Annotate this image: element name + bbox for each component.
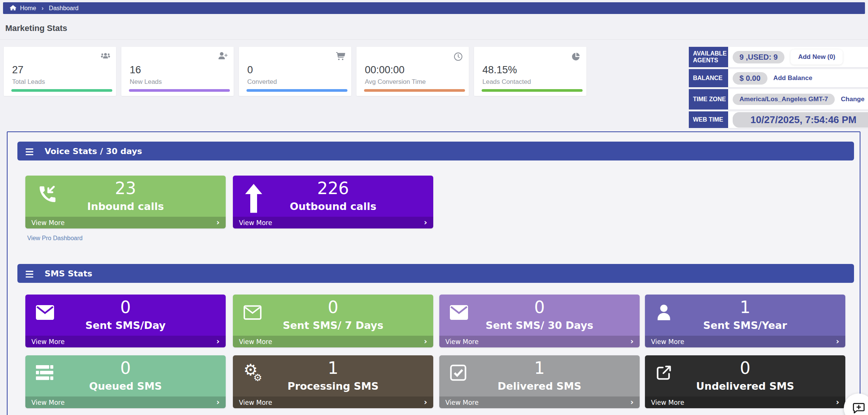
stat-label: Converted: [247, 78, 277, 86]
inbound-calls-card[interactable]: 23 Inbound calls View More: [25, 176, 226, 228]
queued-sms-card[interactable]: 0 Queued SMS View More: [25, 355, 226, 408]
timezone-value: America/Los_Angeles GMT-7: [733, 94, 835, 105]
stat-label: Avg Conversion Time: [365, 78, 426, 86]
comment-plus-icon: [852, 401, 865, 415]
sent-sms-day-label: Sent SMS/Day: [25, 319, 226, 331]
queued-sms-value: 0: [25, 359, 226, 377]
pie-chart-icon: [571, 52, 580, 61]
available-agents-label: AVAILABLE AGENTS: [689, 47, 728, 67]
stat-label: Leads Contacted: [482, 78, 531, 86]
delivered-sms-value: 1: [439, 359, 640, 377]
undelivered-sms-card[interactable]: 0 Undelivered SMS View More: [645, 355, 845, 408]
chevron-right-icon: [424, 398, 427, 406]
voice-stats-title: Voice Stats / 30 days: [45, 147, 142, 156]
stat-label: Total Leads: [12, 78, 45, 86]
webtime-value: 10/27/2025, 7:54:46 PM: [733, 112, 868, 128]
balance-value: $ 0.00: [733, 72, 767, 85]
stat-value: 16: [130, 64, 141, 76]
user-icon: [656, 304, 672, 321]
voice-stats-header[interactable]: Voice Stats / 30 days: [17, 142, 854, 160]
sent-sms-30days-label: Sent SMS/ 30 Days: [439, 319, 640, 331]
change-timezone-link[interactable]: Change: [841, 96, 864, 103]
sent-sms-7days-value: 0: [233, 298, 433, 316]
breadcrumb: Home Dashboard: [3, 2, 865, 14]
view-more-link[interactable]: View More: [25, 217, 226, 228]
sent-sms-30days-card[interactable]: 0 Sent SMS/ 30 Days View More: [439, 295, 640, 347]
view-more-link[interactable]: View More: [645, 396, 845, 408]
stat-progress-bar: [129, 89, 230, 92]
view-more-link[interactable]: View More: [645, 336, 845, 347]
undelivered-sms-value: 0: [645, 359, 845, 377]
undelivered-sms-label: Undelivered SMS: [645, 380, 845, 392]
sent-sms-day-card[interactable]: 0 Sent SMS/Day View More: [25, 295, 226, 347]
stat-card-new-leads: 16 New Leads: [121, 47, 234, 96]
chevron-right-icon: [836, 338, 839, 346]
sent-sms-year-card[interactable]: 1 Sent SMS/Year View More: [645, 295, 845, 347]
view-more-link[interactable]: View More: [233, 217, 433, 228]
chevron-right-icon: [424, 338, 427, 346]
external-link-icon: [656, 364, 672, 381]
sent-sms-30days-value: 0: [439, 298, 640, 316]
delivered-sms-card[interactable]: 1 Delivered SMS View More: [439, 355, 640, 408]
stat-value: 48.15%: [482, 64, 517, 76]
dashboard-panels-container: Voice Stats / 30 days 23 Inbound calls V…: [7, 131, 860, 415]
users-icon: [101, 52, 110, 61]
sent-sms-day-value: 0: [25, 298, 226, 316]
webtime-label: WEB TIME: [689, 111, 728, 128]
gears-icon: ⚙ ⚙: [243, 364, 264, 385]
breadcrumb-current-link[interactable]: Dashboard: [49, 5, 78, 12]
processing-sms-card[interactable]: ⚙ ⚙ 1 Processing SMS View More: [233, 355, 433, 408]
chevron-right-icon: [216, 219, 220, 227]
stat-progress-bar: [482, 89, 583, 92]
clock-icon: [454, 52, 463, 61]
available-agents-value: 9 ,USED: 9: [733, 51, 784, 63]
view-more-link[interactable]: View More: [25, 336, 226, 347]
stat-card-converted: 0 Converted: [239, 47, 351, 96]
page-title: Marketing Stats: [5, 23, 67, 33]
chevron-right-icon: [216, 338, 220, 346]
add-balance-link[interactable]: Add Balance: [773, 74, 812, 82]
view-pro-dashboard-link[interactable]: View Pro Dashboard: [27, 235, 82, 242]
chevron-right-icon: [216, 398, 220, 406]
sent-sms-year-label: Sent SMS/Year: [645, 319, 845, 331]
stat-progress-bar: [364, 89, 465, 92]
available-agents-row: AVAILABLE AGENTS 9 ,USED: 9 Add New (0): [689, 47, 868, 67]
stat-card-total-leads: 27 Total Leads: [4, 47, 116, 96]
outbound-calls-card[interactable]: 226 Outbound calls View More: [233, 176, 433, 228]
sent-sms-year-value: 1: [645, 298, 845, 316]
add-new-agent-button[interactable]: Add New (0): [790, 49, 843, 65]
account-panel: AVAILABLE AGENTS 9 ,USED: 9 Add New (0) …: [689, 47, 858, 128]
view-more-link[interactable]: View More: [233, 396, 433, 408]
chevron-right-icon: [424, 219, 427, 227]
breadcrumb-home-link[interactable]: Home: [20, 5, 36, 12]
view-more-link[interactable]: View More: [439, 336, 640, 347]
hamburger-icon[interactable]: [26, 148, 33, 154]
sent-sms-7days-label: Sent SMS/ 7 Days: [233, 319, 433, 331]
sms-stats-title: SMS Stats: [45, 269, 92, 278]
envelope-icon: [36, 305, 54, 320]
title-divider: [0, 39, 868, 40]
check-square-icon: [450, 364, 467, 381]
delivered-sms-label: Delivered SMS: [439, 380, 640, 392]
sent-sms-7days-card[interactable]: 0 Sent SMS/ 7 Days View More: [233, 295, 433, 347]
hamburger-icon[interactable]: [26, 270, 33, 277]
chevron-right-icon: [836, 398, 839, 406]
user-plus-icon: [219, 52, 228, 61]
envelope-icon: [450, 305, 468, 320]
stat-progress-bar: [11, 89, 112, 92]
sms-stats-header[interactable]: SMS Stats: [17, 264, 854, 283]
timezone-label: TIME ZONE: [689, 89, 728, 110]
stat-card-avg-conversion: 00:00:00 Avg Conversion Time: [356, 47, 469, 96]
phone-incoming-icon: [36, 184, 56, 205]
stat-card-leads-contacted: 48.15% Leads Contacted: [474, 47, 586, 96]
stat-label: New Leads: [130, 78, 162, 86]
balance-row: BALANCE $ 0.00 Add Balance: [689, 69, 868, 87]
stat-value: 27: [12, 64, 23, 76]
chevron-right-icon: [630, 398, 634, 406]
queued-sms-label: Queued SMS: [25, 380, 226, 392]
view-more-link[interactable]: View More: [233, 336, 433, 347]
arrow-up-icon: [243, 184, 264, 205]
view-more-link[interactable]: View More: [25, 396, 226, 408]
stat-value: 00:00:00: [365, 64, 405, 76]
view-more-link[interactable]: View More: [439, 396, 640, 408]
